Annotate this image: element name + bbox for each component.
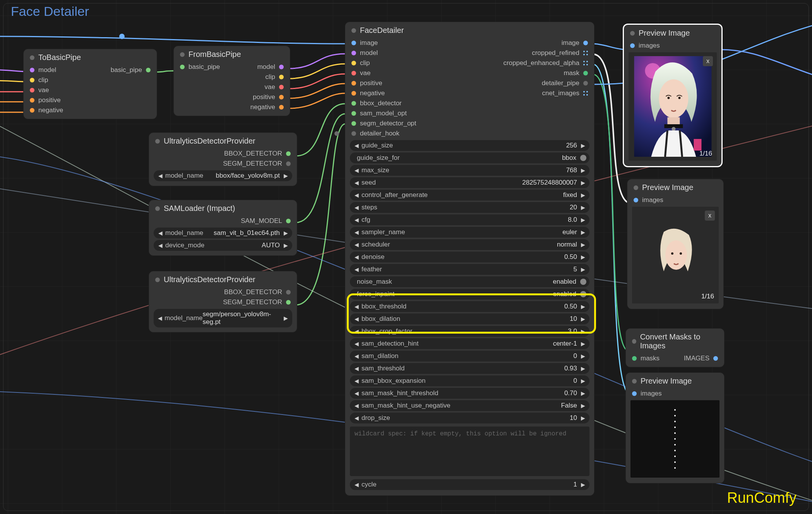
port-segm-detector[interactable] [286,161,291,166]
param-sam-mask-hint-threshold[interactable]: ◀sam_mask_hint_threshold0.70▶ [350,388,589,399]
wildcard-textbox[interactable]: wildcard spec: if kept empty, this optio… [350,427,589,476]
close-preview-button[interactable]: x [703,56,713,66]
param-denoise[interactable]: ◀denoise0.50▶ [350,252,589,262]
arrow-left-icon[interactable]: ◀ [353,316,360,322]
arrow-left-icon[interactable]: ◀ [353,229,360,235]
param-sam-detection-hint[interactable]: ◀sam_detection_hintcenter-1▶ [350,338,589,349]
param-guide-size[interactable]: ◀guide_size256▶ [350,140,589,151]
arrow-right-icon[interactable]: ▶ [282,242,289,248]
port-detailer-hook[interactable] [351,131,356,136]
port-neg-out[interactable] [279,105,284,110]
collapse-dot-icon[interactable] [632,379,637,384]
arrow-right-icon[interactable]: ▶ [579,390,586,396]
collapse-dot-icon[interactable] [155,139,160,144]
port-model[interactable] [351,51,356,55]
port-images-out[interactable] [713,356,718,361]
port-image[interactable] [351,41,356,45]
arrow-left-icon[interactable]: ◀ [353,328,360,334]
arrow-left-icon[interactable]: ◀ [353,481,360,488]
arrow-right-icon[interactable]: ▶ [579,167,586,173]
collapse-dot-icon[interactable] [634,185,638,190]
param-control-after-generate[interactable]: ◀control_after_generatefixed▶ [350,190,589,200]
node-convert-masks[interactable]: Convert Masks to Images masks IMAGES [625,328,725,367]
arrow-left-icon[interactable]: ◀ [353,378,360,384]
port-vae-out[interactable] [279,85,284,89]
arrow-right-icon[interactable]: ▶ [579,204,586,211]
arrow-left-icon[interactable]: ◀ [353,167,360,173]
arrow-right-icon[interactable]: ▶ [579,328,586,334]
param-sam-mask-hint-use-negative[interactable]: ◀sam_mask_hint_use_negativeFalse▶ [350,400,589,411]
port-detailer-pipe[interactable] [583,81,588,86]
preview-canvas[interactable] [630,400,719,478]
arrow-right-icon[interactable]: ▶ [282,230,289,236]
port-clip-out[interactable] [279,75,284,79]
arrow-left-icon[interactable]: ◀ [353,192,360,198]
arrow-right-icon[interactable]: ▶ [579,316,586,322]
arrow-right-icon[interactable]: ▶ [579,192,586,198]
param-model-name[interactable]: ◀ model_name bbox/face_yolov8m.pt ▶ [154,170,292,181]
param-steps[interactable]: ◀steps20▶ [350,202,589,213]
toggle-knob-icon[interactable] [580,155,586,161]
param-bbox-threshold[interactable]: ◀bbox_threshold0.50▶ [350,301,589,312]
arrow-left-icon[interactable]: ◀ [353,266,360,272]
port-cnet-images[interactable] [583,91,588,96]
arrow-right-icon[interactable]: ▶ [579,403,586,409]
port-bbox-detector[interactable] [286,151,291,156]
param-scheduler[interactable]: ◀schedulernormal▶ [350,239,589,250]
node-preview-image-1[interactable]: Preview Image images [623,24,722,167]
arrow-right-icon[interactable]: ▶ [282,173,289,179]
arrow-left-icon[interactable]: ◀ [353,365,360,372]
arrow-right-icon[interactable]: ▶ [579,341,586,347]
param-sam-dilation[interactable]: ◀sam_dilation0▶ [350,351,589,362]
param-seed[interactable]: ◀seed282575248800007▶ [350,177,589,188]
arrow-left-icon[interactable]: ◀ [157,242,164,248]
arrow-left-icon[interactable]: ◀ [353,217,360,223]
param-guide-size-for[interactable]: guide_size_forbbox [350,152,589,163]
port-sam-model-opt[interactable] [351,111,356,116]
arrow-right-icon[interactable]: ▶ [579,229,586,235]
port-cropped-refined[interactable] [583,51,588,55]
port-vae[interactable] [351,71,356,75]
arrow-right-icon[interactable]: ▶ [579,365,586,372]
param-sam-bbox-expansion[interactable]: ◀sam_bbox_expansion0▶ [350,375,589,386]
port-sam-model[interactable] [286,219,291,223]
node-preview-image-3[interactable]: Preview Image images [625,372,725,483]
node-sam-loader[interactable]: SAMLoader (Impact) SAM_MODEL ◀ model_nam… [149,200,297,256]
node-face-detailer[interactable]: FaceDetailer image image model cropped_r… [345,22,594,496]
arrow-left-icon[interactable]: ◀ [353,204,360,211]
collapse-dot-icon[interactable] [632,339,636,344]
collapse-dot-icon[interactable] [630,31,635,36]
arrow-right-icon[interactable]: ▶ [579,254,586,260]
collapse-dot-icon[interactable] [155,278,160,282]
param-drop-size[interactable]: ◀drop_size10▶ [350,413,589,423]
port-positive[interactable] [351,81,356,86]
toggle-knob-icon[interactable] [580,291,586,297]
param-sam-threshold[interactable]: ◀sam_threshold0.93▶ [350,363,589,374]
close-preview-button[interactable]: x [705,211,715,221]
node-ultra1[interactable]: UltralyticsDetectorProvider BBOX_DETECTO… [149,132,297,186]
param-force-inpaint[interactable]: force_inpaintenabled [350,289,589,300]
param-cycle[interactable]: ◀ cycle 1 ▶ [350,479,589,490]
arrow-left-icon[interactable]: ◀ [353,341,360,347]
arrow-right-icon[interactable]: ▶ [579,353,586,359]
arrow-right-icon[interactable]: ▶ [579,303,586,310]
node-title[interactable]: ToBasicPipe [24,49,157,65]
port-clip[interactable] [351,61,356,65]
port-clip[interactable] [30,78,34,82]
arrow-left-icon[interactable]: ◀ [353,353,360,359]
port-segm-detector[interactable] [286,300,291,305]
port-negative[interactable] [30,108,34,113]
collapse-dot-icon[interactable] [30,55,34,60]
arrow-left-icon[interactable]: ◀ [157,173,164,179]
arrow-right-icon[interactable]: ▶ [579,415,586,421]
arrow-left-icon[interactable]: ◀ [353,303,360,310]
arrow-right-icon[interactable]: ▶ [579,217,586,223]
arrow-left-icon[interactable]: ◀ [353,390,360,396]
param-bbox-dilation[interactable]: ◀bbox_dilation10▶ [350,314,589,324]
node-preview-image-2[interactable]: Preview Image images x 1/16 [627,179,724,309]
arrow-right-icon[interactable]: ▶ [579,266,586,272]
param-sampler-name[interactable]: ◀sampler_nameeuler▶ [350,227,589,238]
preview-canvas[interactable]: x 1/16 [629,52,717,161]
arrow-right-icon[interactable]: ▶ [579,481,586,488]
arrow-left-icon[interactable]: ◀ [353,415,360,421]
